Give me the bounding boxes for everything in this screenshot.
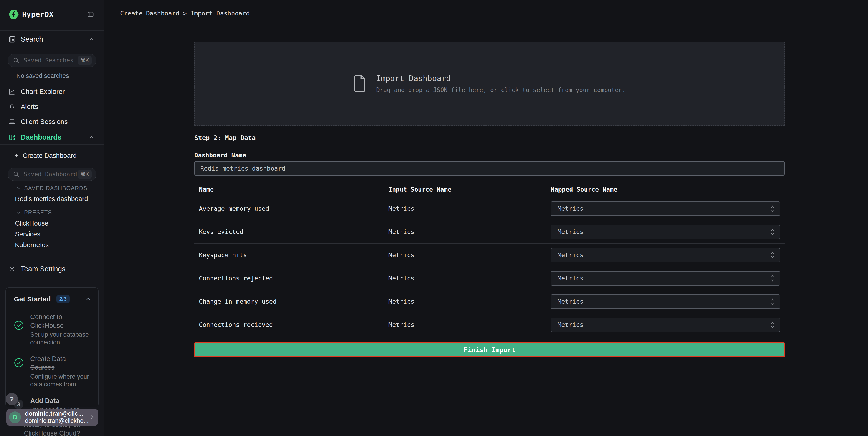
dropzone-subtitle: Drag and drop a JSON file here, or click… <box>376 87 626 93</box>
import-dashboard-panel: Import Dashboard Drag and drop a JSON fi… <box>104 27 868 357</box>
table-row: Keyspace hits Metrics Metrics <box>194 243 785 267</box>
file-dropzone[interactable]: Import Dashboard Drag and drop a JSON fi… <box>194 42 785 125</box>
saved-searches-input[interactable] <box>24 57 78 64</box>
table-row: Connections recieved Metrics Metrics <box>194 313 785 337</box>
user-menu[interactable]: D dominic.tran@clic... dominic.tran@clic… <box>6 409 98 426</box>
table-row: Connections rejected Metrics Metrics <box>194 267 785 290</box>
mapped-source-select[interactable]: Metrics <box>551 225 780 239</box>
sidebar-item-chart-explorer[interactable]: Chart Explorer <box>0 86 104 97</box>
checklist-item-title: Create Data Sources <box>30 354 92 372</box>
sidebar-item-clickhouse[interactable]: ClickHouse <box>15 220 49 227</box>
chevron-down-icon <box>16 185 21 191</box>
select-value: Metrics <box>558 321 770 328</box>
mapped-source-select[interactable]: Metrics <box>551 248 780 262</box>
row-input-source: Metrics <box>389 298 551 305</box>
saved-dashboards-input[interactable] <box>24 171 78 178</box>
check-circle-icon <box>14 320 24 330</box>
dropzone-title: Import Dashboard <box>376 74 626 83</box>
help-button[interactable]: ? <box>6 393 18 405</box>
team-settings-label: Team Settings <box>21 265 65 273</box>
shortcut-badge: ⌘K <box>78 170 92 179</box>
topbar: Create Dashboard > Import Dashboard <box>104 0 868 27</box>
sidebar-item-redis-dashboard[interactable]: Redis metrics dashboard <box>15 195 88 203</box>
search-icon <box>13 171 20 178</box>
row-input-source: Metrics <box>389 205 551 212</box>
group-label-text: SAVED DASHBOARDS <box>24 185 87 191</box>
search-section-header[interactable]: Search <box>0 30 104 48</box>
chevron-up-icon <box>89 134 95 141</box>
select-value: Metrics <box>558 298 770 305</box>
saved-dashboards-search[interactable]: ⌘K <box>7 168 96 181</box>
row-input-source: Metrics <box>389 252 551 259</box>
sidebar-item-client-sessions[interactable]: Client Sessions <box>0 116 104 127</box>
user-email: dominic.tran@clickho... <box>25 417 89 425</box>
sidebar-item-team-settings[interactable]: Team Settings <box>0 263 104 275</box>
breadcrumb[interactable]: Create Dashboard > Import Dashboard <box>120 10 250 17</box>
document-icon <box>353 75 366 92</box>
select-value: Metrics <box>558 275 770 282</box>
select-chevrons-icon <box>770 252 775 259</box>
user-name: dominic.tran@clic... <box>25 410 89 417</box>
select-value: Metrics <box>558 205 770 212</box>
select-value: Metrics <box>558 252 770 259</box>
sidebar-item-label: Chart Explorer <box>21 88 65 95</box>
progress-badge: 2/3 <box>56 294 70 303</box>
table-row: Average memory used Metrics Metrics <box>194 197 785 220</box>
sidebar-item-alerts[interactable]: Alerts <box>0 101 104 113</box>
plus-icon: + <box>14 151 19 160</box>
logo-row: HyperDX <box>0 0 104 29</box>
checklist-item-connect[interactable]: Connect to ClickHouse Set up your databa… <box>14 313 92 346</box>
mapped-source-select[interactable]: Metrics <box>551 294 780 309</box>
checklist-item-desc: Configure where your data comes from <box>30 373 92 388</box>
row-name: Change in memory used <box>199 298 389 305</box>
check-circle-icon <box>14 358 24 368</box>
select-chevrons-icon <box>770 321 775 328</box>
select-value: Metrics <box>558 228 770 235</box>
chevron-right-icon <box>89 414 95 420</box>
dashboards-section-header[interactable]: Dashboards <box>0 130 104 145</box>
mapped-source-select[interactable]: Metrics <box>551 201 780 216</box>
sidebar-item-kubernetes[interactable]: Kubernetes <box>15 241 49 249</box>
column-header-mapped-source: Mapped Source Name <box>551 186 785 193</box>
sidebar-item-services[interactable]: Services <box>15 231 40 238</box>
select-chevrons-icon <box>770 228 775 236</box>
finish-import-button[interactable]: Finish Import <box>194 342 785 357</box>
saved-searches-search[interactable]: ⌘K <box>7 54 96 67</box>
promo-line2: ClickHouse Cloud? <box>0 429 104 436</box>
checklist-item-sources[interactable]: Create Data Sources Configure where your… <box>14 354 92 388</box>
no-saved-searches-text: No saved searches <box>17 72 69 80</box>
row-name: Average memory used <box>199 205 389 212</box>
main-area: Create Dashboard > Import Dashboard Impo… <box>104 0 868 436</box>
checklist-item-title: Connect to ClickHouse <box>30 313 92 330</box>
hyperdx-logo-icon <box>8 9 19 20</box>
table-row: Keys evicted Metrics Metrics <box>194 220 785 243</box>
group-label-text: PRESETS <box>24 209 52 216</box>
mapped-source-select[interactable]: Metrics <box>551 318 780 332</box>
mapping-table-header: Name Input Source Name Mapped Source Nam… <box>194 182 785 197</box>
select-chevrons-icon <box>770 205 775 212</box>
shortcut-badge: ⌘K <box>78 56 92 65</box>
dashboard-name-input[interactable] <box>194 161 785 176</box>
get-started-title: Get Started <box>14 295 51 303</box>
mapped-source-select[interactable]: Metrics <box>551 271 780 286</box>
row-input-source: Metrics <box>389 321 551 328</box>
sidebar: HyperDX Search ⌘K No saved searches Char… <box>0 0 104 436</box>
chevron-down-icon <box>16 210 21 215</box>
bell-icon <box>8 103 16 110</box>
search-section-icon <box>8 36 16 43</box>
saved-dashboards-group[interactable]: SAVED DASHBOARDS <box>16 185 87 191</box>
row-name: Connections recieved <box>199 321 389 328</box>
table-row: Change in memory used Metrics Metrics <box>194 290 785 313</box>
column-header-name: Name <box>199 186 389 193</box>
create-dashboard-button[interactable]: + Create Dashboard <box>0 150 104 162</box>
search-section-label: Search <box>21 35 89 43</box>
presets-group[interactable]: PRESETS <box>16 209 52 216</box>
row-name: Keys evicted <box>199 228 389 235</box>
checklist-item-title: Add Data <box>30 396 82 405</box>
sidebar-item-label: Client Sessions <box>21 118 68 125</box>
chevron-up-icon <box>89 36 95 42</box>
sidebar-collapse-icon[interactable] <box>87 11 94 18</box>
column-header-input-source: Input Source Name <box>389 186 551 193</box>
checklist-item-desc: Set up your database connection <box>30 331 92 346</box>
chevron-up-icon[interactable] <box>85 296 92 302</box>
